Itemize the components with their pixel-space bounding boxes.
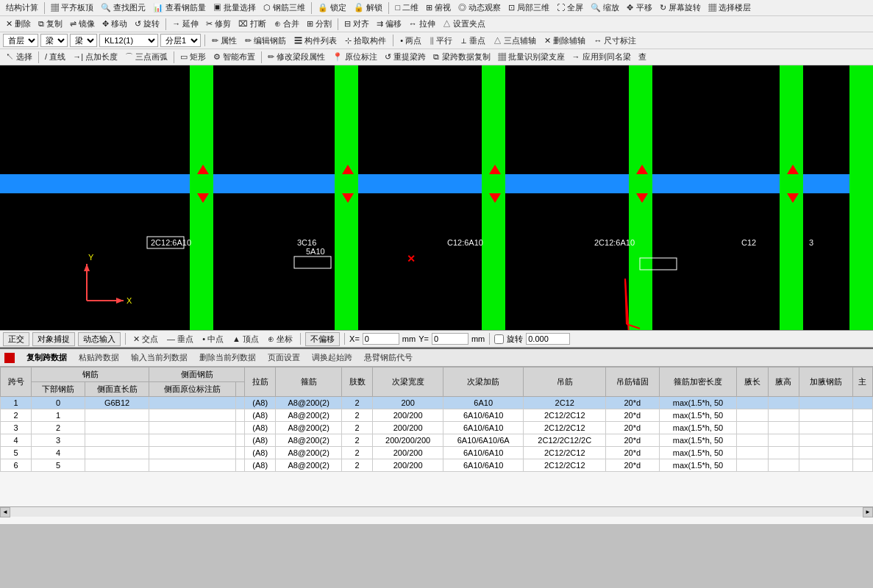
menu-jiegou[interactable]: 结构计算 bbox=[3, 1, 41, 14]
btn-cha[interactable]: 查 bbox=[635, 51, 649, 63]
btn-zhineng[interactable]: ⚙ 智能布置 bbox=[210, 51, 258, 63]
btn-dongtaisuru[interactable]: 动态输入 bbox=[78, 332, 121, 346]
table-row[interactable]: 54 (A8)A8@200(2)2200/200 6A10/6A102C12/2… bbox=[1, 447, 873, 459]
svg-rect-2 bbox=[335, 65, 358, 330]
btn-fenge[interactable]: ⊞ 分割 bbox=[304, 18, 335, 30]
data-table-wrap[interactable]: 跨号 钢筋 侧面钢筋 拉筋 箍筋 肢数 次梁宽度 次梁加筋 吊筋 吊筋锚固 箍筋… bbox=[0, 367, 873, 506]
table-row[interactable]: 21 (A8)A8@200(2)2200/200 6A10/6A102C12/2… bbox=[1, 409, 873, 422]
btn-duixiangbuzhu[interactable]: 对象捕捉 bbox=[32, 332, 75, 346]
scroll-left-arrow[interactable]: ◄ bbox=[0, 507, 10, 517]
btn-yingyong[interactable]: → 应用到同名梁 bbox=[569, 51, 634, 63]
layer-select[interactable]: 首层 bbox=[3, 34, 38, 47]
subtype-select[interactable]: 梁 bbox=[70, 34, 97, 47]
btn-shanchulie[interactable]: 删除当前列数据 bbox=[196, 351, 259, 364]
btn-liangdian[interactable]: • 两点 bbox=[397, 35, 424, 47]
table-row[interactable]: 1 0 G6B12 (A8) A8@200(2) 2 200 6A10 2C12… bbox=[1, 397, 873, 409]
btn-yidong[interactable]: ✥ 移动 bbox=[99, 18, 130, 30]
btn-zhengao[interactable]: 正交 bbox=[3, 332, 29, 346]
btn-dongtai[interactable]: ◎ 动态观察 bbox=[455, 1, 504, 14]
btn-yemian[interactable]: 页面设置 bbox=[265, 351, 303, 364]
table-row[interactable]: 65 (A8)A8@200(2)2200/200 6A10/6A102C12/2… bbox=[1, 459, 873, 472]
td-next-beam: 6A10 bbox=[443, 397, 524, 409]
btn-jiesuo[interactable]: 🔓 解锁 bbox=[351, 1, 385, 14]
btn-jingxiang[interactable]: ⇌ 镜像 bbox=[67, 18, 98, 30]
cad-viewport[interactable]: 2C12:6A10 3C16 5A10 C12:6A10 2C12:6A10 C… bbox=[0, 65, 873, 330]
btn-dianjia[interactable]: →| 点加长度 bbox=[70, 51, 121, 63]
btn-xiugailiang[interactable]: ✏ 修改梁段属性 bbox=[265, 51, 328, 63]
btn-sandianzhu[interactable]: △ 三点辅轴 bbox=[491, 35, 539, 47]
btn-fushi[interactable]: ⊞ 俯视 bbox=[423, 1, 454, 14]
scroll-track[interactable] bbox=[10, 507, 863, 517]
btn-shurulie[interactable]: 输入当前列数据 bbox=[128, 351, 190, 364]
btn-quanping[interactable]: ⛶ 全屏 bbox=[554, 1, 586, 14]
btn-pingxing[interactable]: ∥ 平行 bbox=[427, 35, 455, 47]
btn-zhongdian[interactable]: • 中点 bbox=[199, 333, 227, 345]
btn-jiaodian[interactable]: ✕ 交点 bbox=[130, 333, 161, 345]
btn-zuobiao[interactable]: ⊕ 坐标 bbox=[265, 333, 296, 345]
btn-chuidian2[interactable]: — 垂点 bbox=[164, 333, 196, 345]
btn-juxing[interactable]: ▭ 矩形 bbox=[177, 51, 209, 63]
btn-liangkua[interactable]: ⧉ 梁跨数据复制 bbox=[430, 51, 493, 63]
btn-xuanbigangjin[interactable]: 悬臂钢筋代号 bbox=[361, 351, 416, 364]
rotate-input[interactable] bbox=[526, 333, 570, 345]
btn-fuzhikuashu[interactable]: 复制跨数据 bbox=[24, 351, 70, 364]
btn-chakan[interactable]: 📊 查看钢筋量 bbox=[150, 1, 209, 14]
btn-lashen[interactable]: ↔ 拉伸 bbox=[406, 18, 438, 30]
btn-sandianhuary[interactable]: ⌒ 三点画弧 bbox=[122, 51, 171, 63]
rotate-checkbox[interactable] bbox=[494, 334, 504, 344]
btn-shanchuzhu[interactable]: ✕ 删除辅轴 bbox=[541, 35, 588, 47]
btn-bupianyi[interactable]: 不偏移 bbox=[305, 332, 340, 346]
panel-close-btn[interactable] bbox=[4, 353, 15, 363]
btn-shezhi[interactable]: △ 设置夹点 bbox=[440, 18, 488, 30]
btn-dadian[interactable]: ⌧ 打断 bbox=[235, 18, 269, 30]
btn-chuidian[interactable]: ⊥ 垂点 bbox=[457, 35, 488, 47]
btn-erwei[interactable]: □ 二维 bbox=[392, 1, 421, 14]
btn-piliangxuanze[interactable]: ▣ 批量选择 bbox=[210, 1, 259, 14]
btn-chicunbiaozhu[interactable]: ↔ 尺寸标注 bbox=[591, 35, 639, 47]
btn-pingyi[interactable]: ✥ 平移 bbox=[624, 1, 655, 14]
scroll-right-arrow[interactable]: ► bbox=[863, 507, 873, 517]
btn-bianjiganjin[interactable]: ✏ 编辑钢筋 bbox=[242, 35, 289, 47]
type-select[interactable]: 梁 bbox=[40, 34, 68, 47]
btn-gangjinosanwei[interactable]: ⬡ 钢筋三维 bbox=[260, 1, 308, 14]
btn-hebing[interactable]: ⊕ 合并 bbox=[271, 18, 302, 30]
btn-pingqi[interactable]: ▦ 平齐板顶 bbox=[48, 1, 96, 14]
btn-xuanzhuan[interactable]: ↺ 旋转 bbox=[132, 18, 163, 30]
th-cemianduchang: 侧面直长筋 bbox=[85, 382, 149, 397]
sep11 bbox=[125, 333, 126, 345]
y-input[interactable] bbox=[432, 333, 468, 345]
btn-duiqi[interactable]: ⊟ 对齐 bbox=[341, 18, 372, 30]
table-row[interactable]: 43 (A8)A8@200(2)2200/200/200 6A10/6A10/6… bbox=[1, 434, 873, 447]
th-gujin: 箍筋 bbox=[276, 368, 341, 397]
btn-pingmu[interactable]: ↻ 屏幕旋转 bbox=[657, 1, 704, 14]
btn-suofang[interactable]: 🔍 缩放 bbox=[588, 1, 622, 14]
btn-yuanwei[interactable]: 📍 原位标注 bbox=[329, 51, 380, 63]
btn-shiqugouijian[interactable]: ⊹ 拾取构件 bbox=[342, 35, 389, 47]
btn-dingdian[interactable]: ▲ 顶点 bbox=[229, 333, 262, 345]
btn-zhangtie[interactable]: 粘贴跨数据 bbox=[76, 351, 122, 364]
btn-goujianliebiao[interactable]: ☰ 构件列表 bbox=[291, 35, 340, 47]
bottom-scrollbar[interactable]: ◄ ► bbox=[0, 506, 873, 517]
element-select[interactable]: KL12(1) bbox=[99, 34, 158, 47]
btn-shuxing[interactable]: ✏ 属性 bbox=[209, 35, 240, 47]
btn-shanchu[interactable]: ✕ 删除 bbox=[3, 18, 34, 30]
x-input[interactable] bbox=[363, 333, 399, 345]
svg-marker-8 bbox=[197, 193, 209, 203]
btn-xiujian[interactable]: ✂ 修剪 bbox=[203, 18, 234, 30]
btn-chazhao[interactable]: 🔍 查找图元 bbox=[98, 1, 149, 14]
btn-xuanze2[interactable]: ↖ 选择 bbox=[3, 51, 35, 63]
btn-piliangsbz[interactable]: ▦ 批量识别梁支座 bbox=[495, 51, 568, 63]
btn-chongti[interactable]: ↺ 重提梁跨 bbox=[382, 51, 429, 63]
btn-zhixian[interactable]: / 直线 bbox=[42, 51, 68, 63]
btn-suoding[interactable]: 🔒 锁定 bbox=[315, 1, 349, 14]
svg-marker-35 bbox=[116, 298, 124, 304]
table-row[interactable]: 32 (A8)A8@200(2)2200/200 6A10/6A102C12/2… bbox=[1, 422, 873, 434]
btn-tiaohuanshikuang[interactable]: 调换起始跨 bbox=[309, 351, 355, 364]
btn-jubu[interactable]: ⊡ 局部三维 bbox=[505, 1, 552, 14]
division-select[interactable]: 分层1 bbox=[160, 34, 201, 47]
btn-fuzhi[interactable]: ⧉ 复制 bbox=[35, 18, 65, 30]
btn-pianyi[interactable]: ⇉ 偏移 bbox=[374, 18, 405, 30]
btn-yanshen[interactable]: → 延伸 bbox=[169, 18, 202, 30]
btn-xuanze[interactable]: ▦ 选择楼层 bbox=[705, 1, 754, 14]
td-haunch-l bbox=[737, 397, 768, 409]
